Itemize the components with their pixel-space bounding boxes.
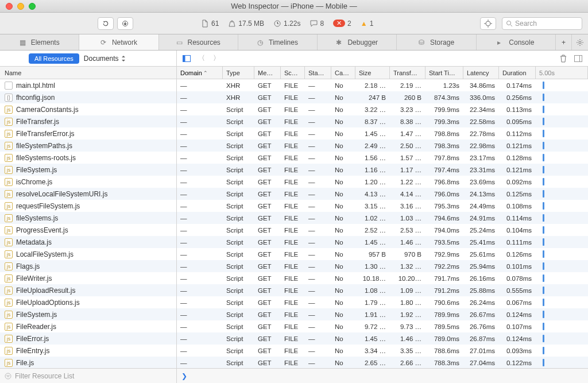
sidebar-toggle-icon[interactable]	[180, 53, 193, 64]
table-row[interactable]: —XHRGETFILE—No2.18 …2.19 …1.23s34.86ms0.…	[177, 79, 588, 91]
col-latency[interactable]: Latency	[463, 67, 499, 79]
errors-count[interactable]: ✕ 2	[333, 20, 351, 28]
table-row[interactable]: —ScriptGETFILE—No957 B970 B792.9ms25.61m…	[177, 248, 588, 260]
table-row[interactable]: jsProgressEvent.js	[0, 224, 176, 236]
table-row[interactable]: jsfileSystemPaths.js	[0, 140, 176, 152]
filter-input[interactable]: Filter Resource List	[0, 369, 177, 383]
table-row[interactable]: jsfileSystems.js	[0, 212, 176, 224]
trash-icon[interactable]	[557, 53, 570, 64]
nav-forward-icon[interactable]: 〉	[210, 53, 223, 64]
timeline-bar	[543, 118, 544, 125]
table-row[interactable]: jsFileError.js	[0, 332, 176, 345]
timeline-bar	[543, 142, 544, 149]
table-row[interactable]: —ScriptGETFILE—No1.02 …1.03 …794.6ms24.9…	[177, 212, 588, 224]
col-timeline[interactable]: 5.00s	[536, 67, 588, 79]
col-size[interactable]: Size	[355, 67, 390, 79]
table-row[interactable]: jsFileSystem.js	[0, 164, 176, 176]
network-icon: ⟳	[100, 38, 109, 47]
col-domain[interactable]: Domain⌃	[177, 67, 223, 79]
col-method[interactable]: Me…	[254, 67, 281, 79]
table-row[interactable]: jsFileEntry.js	[0, 345, 176, 357]
timeline-bar	[543, 130, 544, 137]
timeline-bar	[543, 323, 544, 330]
table-row[interactable]: —ScriptGETFILE—No9.72 …9.73 …789.5ms26.7…	[177, 320, 588, 332]
tab-debugger[interactable]: ✱Debugger	[318, 34, 397, 50]
table-row[interactable]: jsFileSystem.js	[0, 308, 176, 320]
table-row[interactable]: —ScriptGETFILE—No1.45 …1.46 …789.0ms26.8…	[177, 332, 588, 345]
table-row[interactable]: —ScriptGETFILE—No4.13 …4.14 …796.0ms24.1…	[177, 188, 588, 200]
console-prompt[interactable]: ❯	[177, 369, 588, 383]
timeline-bar	[543, 166, 544, 173]
table-row[interactable]: —ScriptGETFILE—No2.52 …2.53 …794.0ms25.2…	[177, 224, 588, 236]
col-duration[interactable]: Duration	[499, 67, 536, 79]
table-row[interactable]: jsresolveLocalFileSystemURI.js	[0, 188, 176, 200]
table-row[interactable]: jsFile.js	[0, 357, 176, 368]
col-cached[interactable]: Ca…	[331, 67, 355, 79]
tab-resources[interactable]: ▭Resources	[159, 34, 238, 50]
table-row[interactable]: —ScriptGETFILE—No1.08 …1.09 …791.2ms25.8…	[177, 284, 588, 296]
file-name: fileSystems-roots.js	[16, 154, 76, 162]
table-row[interactable]: —XHRGETFILE—No247 B260 B874.3ms336.0ms0.…	[177, 91, 588, 103]
table-row[interactable]: —ScriptGETFILE—No8.37 …8.38 …799.3ms22.5…	[177, 115, 588, 127]
js-file-icon: js	[5, 178, 13, 186]
table-row[interactable]: jsfileSystems-roots.js	[0, 152, 176, 164]
col-type[interactable]: Type	[223, 67, 254, 79]
messages-count[interactable]: 8	[310, 20, 324, 28]
table-row[interactable]: main.tpl.html	[0, 79, 176, 91]
table-row[interactable]: jsFileUploadResult.js	[0, 284, 176, 296]
table-row[interactable]: jsFlags.js	[0, 260, 176, 272]
download-button[interactable]	[117, 17, 133, 30]
table-row[interactable]: jsFileWriter.js	[0, 272, 176, 284]
documents-dropdown[interactable]: Documents	[84, 55, 126, 63]
table-row[interactable]: jsLocalFileSystem.js	[0, 248, 176, 260]
table-row[interactable]: {}fhconfig.json	[0, 91, 176, 103]
tab-elements[interactable]: ▦Elements	[0, 34, 79, 50]
tab-console[interactable]: ▸Console	[477, 34, 556, 50]
panel-toggle-icon[interactable]	[572, 53, 585, 64]
table-row[interactable]: —ScriptGETFILE—No1.45 …1.46 …793.5ms25.4…	[177, 236, 588, 248]
table-row[interactable]: —ScriptGETFILE—No10.18…10.20…791.7ms26.1…	[177, 272, 588, 284]
warnings-count[interactable]: ▲ 1	[361, 20, 374, 28]
table-row[interactable]: —ScriptGETFILE—No3.15 …3.16 …795.3ms24.4…	[177, 200, 588, 212]
col-start[interactable]: Start Ti…	[425, 67, 463, 79]
table-row[interactable]: —ScriptGETFILE—No2.65 …2.66 …788.3ms27.0…	[177, 357, 588, 368]
tab-timelines[interactable]: ◷Timelines	[238, 34, 318, 50]
table-row[interactable]: —ScriptGETFILE—No1.45 …1.47 …798.8ms22.7…	[177, 127, 588, 140]
table-row[interactable]: —ScriptGETFILE—No1.79 …1.80 …790.6ms26.2…	[177, 296, 588, 308]
table-row[interactable]: —ScriptGETFILE—No3.22 …3.23 …799.9ms22.3…	[177, 103, 588, 115]
table-row[interactable]: —ScriptGETFILE—No2.49 …2.50 …798.3ms22.9…	[177, 140, 588, 152]
elements-icon: ▦	[20, 38, 28, 47]
col-status[interactable]: Sta…	[305, 67, 331, 79]
target-button[interactable]	[480, 17, 496, 30]
tab-network[interactable]: ⟳Network	[79, 34, 158, 50]
table-row[interactable]: jsisChrome.js	[0, 176, 176, 188]
table-row[interactable]: —ScriptGETFILE—No1.56 …1.57 …797.8ms23.1…	[177, 152, 588, 164]
reload-button[interactable]	[98, 17, 114, 30]
search-input[interactable]: Search	[502, 17, 582, 30]
table-row[interactable]: —ScriptGETFILE—No1.20 …1.22 …796.8ms23.6…	[177, 176, 588, 188]
table-row[interactable]: —ScriptGETFILE—No3.34 …3.35 …788.6ms27.0…	[177, 345, 588, 357]
name-header[interactable]: Name	[0, 67, 176, 79]
table-row[interactable]: jsrequestFileSystem.js	[0, 200, 176, 212]
table-row[interactable]: jsFileReader.js	[0, 320, 176, 332]
file-name: resolveLocalFileSystemURI.js	[16, 190, 107, 198]
table-row[interactable]: jsFileTransfer.js	[0, 115, 176, 127]
nav-back-icon[interactable]: 〈	[195, 53, 208, 64]
table-row[interactable]: —ScriptGETFILE—No1.30 …1.32 …792.2ms25.9…	[177, 260, 588, 272]
table-row[interactable]: jsFileUploadOptions.js	[0, 296, 176, 308]
timeline-bar	[543, 94, 544, 101]
col-transfer[interactable]: Transf…	[390, 67, 425, 79]
add-tab-button[interactable]: +	[556, 34, 572, 50]
tab-storage[interactable]: ⛁Storage	[397, 34, 476, 50]
table-row[interactable]: jsCameraConstants.js	[0, 103, 176, 115]
table-row[interactable]: jsFileTransferError.js	[0, 127, 176, 140]
tab-bar: ▦Elements⟳Network▭Resources◷Timelines✱De…	[0, 34, 588, 51]
all-resources-pill[interactable]: All Resources	[29, 53, 79, 64]
settings-button[interactable]	[572, 34, 588, 50]
table-row[interactable]: jsMetadata.js	[0, 236, 176, 248]
table-row[interactable]: —ScriptGETFILE—No1.91 …1.92 …789.9ms26.6…	[177, 308, 588, 320]
timeline-bar	[543, 347, 544, 354]
table-row[interactable]: —ScriptGETFILE—No1.16 …1.17 …797.4ms23.3…	[177, 164, 588, 176]
col-scheme[interactable]: Sc…	[281, 67, 305, 79]
file-name: isChrome.js	[16, 178, 52, 186]
